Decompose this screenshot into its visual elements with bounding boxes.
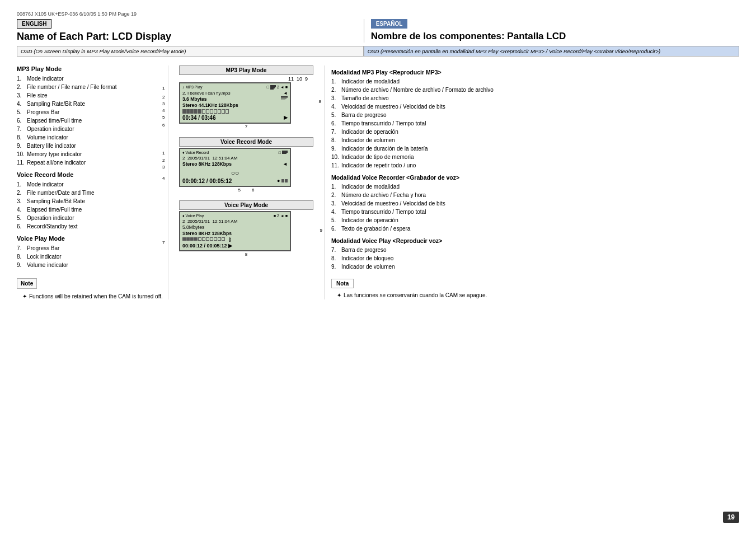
- list-item: 1.Mode indicator: [17, 74, 168, 83]
- vp-left-callouts: 7: [162, 211, 179, 257]
- lcd-row-5: [182, 109, 288, 114]
- doc-header: 00876J X105 UK+ESP-036 6/10/05 1:50 PM P…: [17, 11, 739, 17]
- vr-row-2: 2 2005/01/01 12:51:04 AM: [182, 156, 288, 161]
- doc-header-text: 00876J X105 UK+ESP-036 6/10/05 1:50 PM P…: [17, 11, 137, 17]
- list-item: 7.Progress Bar: [17, 244, 168, 252]
- list-item: 10.Memory type indicator: [17, 150, 168, 158]
- vp-right-callout-9: 9: [320, 228, 322, 233]
- espanol-badge: ESPAÑOL: [371, 19, 408, 29]
- vr-mic-icon: ○○: [182, 169, 288, 177]
- list-item: 4.Sampling Rate/Bit Rate: [17, 100, 168, 108]
- list-item: 1.Mode indicator: [17, 180, 168, 189]
- osd-row: OSD (On Screen Display in MP3 Play Mode/…: [17, 46, 739, 61]
- list-item: 9.Indicador de duración de la batería: [331, 144, 739, 153]
- list-item: 2.Número de archivo / Nombre de archivo …: [331, 86, 739, 94]
- list-item: 5.Operation indicator: [17, 214, 168, 222]
- voice-play-heading-es: Modalidad Voice Play <Reproducir voz>: [331, 237, 739, 244]
- list-item: 8.Lock indicator: [17, 252, 168, 261]
- left-callouts: 1 2 3 4 5 6: [162, 82, 179, 129]
- lcd-row-1: ♪ MP3 Play □ 2◄■: [182, 85, 288, 90]
- note-section-en: Note ✦Functions will be retained when th…: [17, 275, 168, 299]
- list-item: 1.Indicador de modalidad: [331, 182, 739, 191]
- voice-record-frame: ♦ Voice Record □ 2 200: [179, 148, 291, 187]
- list-item: 4.Velocidad de muestreo / Velocidad de b…: [331, 102, 739, 111]
- vr-bottom-callouts: 56: [179, 188, 313, 193]
- voice-recorder-heading-es: Modalidad Voice Recorder <Grabador de vo…: [331, 174, 739, 181]
- lcd-row-2: 2. I believe I can fly.mp3 ◄: [182, 91, 288, 96]
- list-item: 10.Indicador de tipo de memoria: [331, 153, 739, 161]
- vp-row-6: 00:00:12 / 00:05:12 ▶: [182, 243, 288, 249]
- list-item: 8.Volume indicator: [17, 133, 168, 142]
- list-item: 6.Elapsed time/Full time: [17, 116, 168, 125]
- nota-text-es: ✦Las funciones se conservarán cuando la …: [331, 292, 739, 298]
- vp-row-2: 2 2005/01/01 12:51:04 AM: [182, 219, 288, 224]
- vp-row-5: ⚷: [182, 237, 288, 242]
- english-title: Name of Each Part: LCD Display: [17, 31, 171, 42]
- list-item: 5.Barra de progreso: [331, 111, 739, 119]
- mp3-mode-list-es: 1.Indicador de modalidad 2.Número de arc…: [331, 77, 739, 170]
- list-item: 5.Progress Bar: [17, 108, 168, 116]
- header-row: ENGLISH Name of Each Part: LCD Display E…: [17, 19, 739, 43]
- mp3-mode-heading-en: MP3 Play Mode: [17, 65, 168, 72]
- voice-record-wrapper: 1 2 3 4 ♦ Voice Record □: [179, 148, 313, 193]
- list-item: 3.Velocidad de muestreo / Velocidad de b…: [331, 199, 739, 208]
- mp3-mode-heading-es: Modalidad MP3 Play <Reproducir MP3>: [331, 69, 739, 76]
- list-item: 5.Indicador de operación: [331, 216, 739, 224]
- voice-record-lcd: Voice Record Mode 1 2 3 4 ♦ Voice Record…: [179, 137, 313, 193]
- list-item: 3.Sampling Rate/Bit Rate: [17, 197, 168, 205]
- list-item: 11.Repeat all/one indicator: [17, 158, 168, 167]
- bottom-callout-7: 7: [179, 124, 313, 129]
- voice-play-list-es: 7.Barra de progreso 8.Indicador de bloqu…: [331, 246, 739, 271]
- right-callout-8: 8: [319, 99, 321, 104]
- list-item: 7.Barra de progreso: [331, 246, 739, 254]
- osd-box-en: OSD (On Screen Display in MP3 Play Mode/…: [17, 46, 364, 57]
- list-item: 1.Indicador de modalidad: [331, 77, 739, 86]
- list-item: 6.Texto de grabación / espera: [331, 224, 739, 233]
- voice-play-lcd: Voice Play Mode 7 ♦ Voice Play ■2◄■: [179, 200, 313, 257]
- mp3-lcd-wrapper: 1 2 3 4 5 6 ♪ MP3 Play □: [179, 82, 313, 129]
- list-item: 4.Elapsed time/Full time: [17, 205, 168, 214]
- vr-row-4: 00:00:12 / 00:05:12 ●: [182, 178, 288, 184]
- list-item: 9.Indicador de volumen: [331, 263, 739, 271]
- list-item: 3.File size: [17, 91, 168, 100]
- voice-play-mode-heading-en: Voice Play Mode: [17, 235, 168, 242]
- vr-row-1: ♦ Voice Record □: [182, 151, 288, 154]
- list-item: 9.Battery life indicator: [17, 142, 168, 150]
- vp-row-1: ♦ Voice Play ■2◄■: [182, 214, 288, 218]
- voice-record-list-en: 1.Mode indicator 2.File number/Date and …: [17, 180, 168, 231]
- page-container: 00876J X105 UK+ESP-036 6/10/05 1:50 PM P…: [0, 0, 756, 534]
- mp3-lcd-frame: ♪ MP3 Play □ 2◄■: [179, 82, 291, 124]
- voice-record-mode-heading-en: Voice Record Mode: [17, 171, 168, 178]
- voice-play-frame: ♦ Voice Play ■2◄■ 2 2005/01/01 12:51:04 …: [179, 211, 291, 251]
- mp3-mode-list-en: 1.Mode indicator 2.File number / File na…: [17, 74, 168, 167]
- nota-box-es: Nota: [331, 279, 354, 288]
- note-text-en: ✦Functions will be retained when the CAM…: [17, 293, 168, 299]
- voice-play-list-en: 7.Progress Bar 8.Lock indicator 9.Volume…: [17, 244, 168, 269]
- english-content: MP3 Play Mode 1.Mode indicator 2.File nu…: [17, 65, 168, 299]
- lcd-row-4: Stereo 44.1KHz 128Kbps: [182, 102, 288, 108]
- voice-play-label: Voice Play Mode: [179, 200, 313, 210]
- page-number: 19: [723, 512, 739, 523]
- english-badge: ENGLISH: [17, 19, 51, 29]
- list-item: 6.Record/Standby text: [17, 222, 168, 231]
- list-item: 11.Indicador de repetir todo / uno: [331, 161, 739, 170]
- voice-record-label: Voice Record Mode: [179, 137, 313, 147]
- list-item: 9.Volume indicator: [17, 261, 168, 269]
- mp3-play-label: MP3 Play Mode: [179, 65, 313, 75]
- osd-box-es: OSD (Presentación en pantalla en modalid…: [364, 46, 739, 57]
- espanol-title: Nombre de los componentes: Pantalla LCD: [371, 31, 566, 41]
- list-item: 7.Operation indicator: [17, 125, 168, 133]
- espanol-header: ESPAÑOL Nombre de los componentes: Panta…: [364, 19, 739, 43]
- lcd-row-6: 00:34 / 03:46 ▶: [182, 115, 288, 121]
- list-item: 7.Indicador de operación: [331, 128, 739, 136]
- lcd-row-3: 3.6 Mbytes: [182, 96, 288, 102]
- diagram-column: MP3 Play Mode 11 10 9 1 2 3 4 5 6: [168, 65, 325, 299]
- voice-play-wrapper: 7 ♦ Voice Play ■2◄■ 2 2005/01/01 12:51:0…: [179, 211, 313, 257]
- main-content: MP3 Play Mode 1.Mode indicator 2.File nu…: [17, 65, 739, 299]
- top-callouts: 11 10 9: [179, 76, 313, 82]
- english-header: ENGLISH Name of Each Part: LCD Display: [17, 19, 364, 43]
- vr-row-3: Stereo 8KHz 128Kbps ◄: [182, 161, 288, 167]
- list-item: 6.Tiempo transcurrido / Tiempo total: [331, 119, 739, 128]
- note-box-en: Note: [17, 278, 37, 289]
- list-item: 8.Indicador de volumen: [331, 136, 739, 144]
